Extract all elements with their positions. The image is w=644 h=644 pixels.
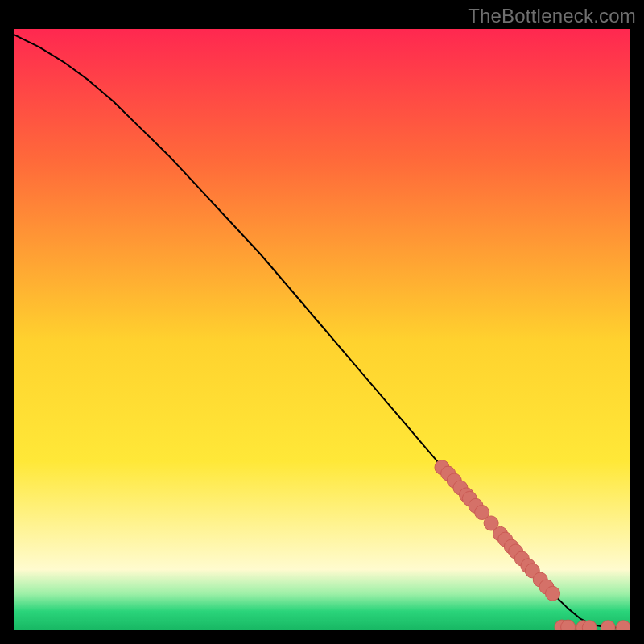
chart-frame: TheBottleneck.com [0, 0, 644, 644]
gradient-background [14, 29, 630, 630]
watermark-text: TheBottleneck.com [468, 5, 636, 27]
bottleneck-chart [14, 29, 630, 630]
data-point [546, 586, 560, 601]
